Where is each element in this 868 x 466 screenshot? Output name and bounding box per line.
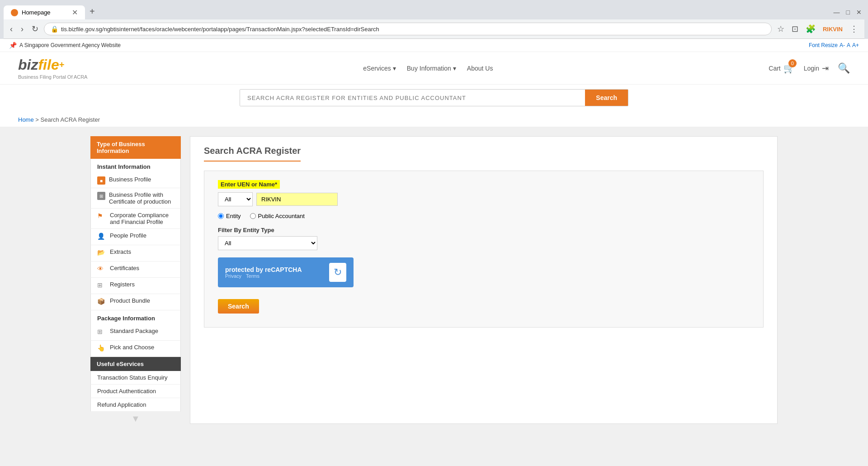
search-type-select[interactable]: All UEN Name: [218, 192, 253, 206]
menu-button[interactable]: ⋮: [847, 22, 861, 36]
page: 📌 A Singapore Government Agency Website …: [0, 39, 868, 433]
sidebar-corporate-compliance-label: Corporate Compliance and Financial Profi…: [110, 212, 174, 225]
breadcrumb-separator: >: [35, 116, 39, 123]
scroll-indicator: ▼: [90, 414, 181, 424]
maximize-button[interactable]: □: [844, 7, 853, 18]
cart-icon: 🛒 0: [783, 63, 795, 74]
font-medium-button[interactable]: A: [847, 42, 850, 48]
uen-input-row: All UEN Name: [218, 192, 750, 206]
entity-type-filter-select[interactable]: All Local Company Business Foreign Compa…: [218, 236, 317, 250]
sidebar-product-bundle-label: Product Bundle: [110, 297, 150, 304]
gov-label: 📌 A Singapore Government Agency Website: [9, 42, 121, 49]
recaptcha-logo: ↻: [329, 263, 346, 282]
sidebar-package-info-title: Package Information: [90, 310, 181, 324]
sidebar-item-product-authentication[interactable]: Product Authentication: [90, 385, 181, 398]
main-nav: eServices ▾ Buy Information ▾ About Us: [363, 65, 493, 72]
extensions-button[interactable]: 🧩: [803, 22, 818, 36]
logo-plus: +: [59, 60, 65, 70]
login-button[interactable]: Login ⇥: [804, 63, 829, 73]
cast-button[interactable]: ⊡: [789, 22, 801, 36]
sidebar-refund-application-label: Refund Application: [97, 401, 146, 408]
content-area: Search ACRA Register Enter UEN or Name* …: [190, 136, 778, 424]
sidebar-item-people-profile[interactable]: 👤 People Profile: [90, 229, 181, 245]
sidebar-item-certificates[interactable]: 👁 Certificates: [90, 262, 181, 278]
entity-radio-label[interactable]: Entity: [218, 213, 241, 219]
buy-information-nav[interactable]: Buy Information ▾: [407, 65, 456, 72]
entity-radio[interactable]: [218, 213, 224, 219]
font-large-button[interactable]: A+: [852, 42, 859, 48]
eservices-nav[interactable]: eServices ▾: [363, 65, 396, 72]
entity-radio-text: Entity: [226, 213, 241, 219]
sidebar-item-refund-application[interactable]: Refund Application: [90, 398, 181, 412]
sidebar-item-pick-and-choose[interactable]: 👆 Pick and Choose: [90, 341, 181, 357]
sidebar-item-corporate-compliance[interactable]: ⚑ Corporate Compliance and Financial Pro…: [90, 209, 181, 229]
address-bar[interactable]: 🔒 tis.bizfile.gov.sg/ngbtisinternet/face…: [44, 23, 772, 35]
recaptcha-links: Privacy Terms: [225, 273, 302, 279]
font-resize-label: Font Resize: [809, 42, 838, 48]
recaptcha-privacy-link[interactable]: Privacy: [225, 273, 241, 279]
new-tab-button[interactable]: +: [85, 4, 99, 19]
entity-type-radio-group: Entity Public Accountant: [218, 213, 750, 219]
logo-biz: biz: [18, 57, 38, 73]
sidebar-extracts-label: Extracts: [110, 248, 131, 255]
sidebar: Type of Business Information Instant Inf…: [90, 136, 181, 424]
bookmark-button[interactable]: ☆: [774, 22, 787, 36]
site-header: biz file + Business Filing Portal Of ACR…: [0, 52, 868, 85]
browser-tab[interactable]: Homepage ✕: [4, 5, 85, 19]
sidebar-certificates-label: Certificates: [110, 265, 139, 271]
business-profile-icon: ■: [97, 176, 105, 185]
sidebar-business-profile-label: Business Profile: [109, 176, 151, 183]
tab-favicon: [11, 9, 18, 16]
header-search-icon[interactable]: 🔍: [838, 62, 850, 74]
form-search-button[interactable]: Search: [218, 299, 259, 314]
search-section: Search: [0, 85, 868, 113]
business-profile-cert-icon: ⊞: [97, 192, 105, 200]
sidebar-item-business-profile-cert[interactable]: ⊞ Business Profile with Certificate of p…: [90, 188, 181, 209]
reload-button[interactable]: ↻: [29, 22, 41, 36]
tab-title: Homepage: [22, 9, 51, 16]
eservices-chevron-icon: ▾: [393, 65, 396, 72]
sidebar-item-product-bundle[interactable]: 📦 Product Bundle: [90, 294, 181, 310]
recaptcha-title: protected by reCAPTCHA: [225, 266, 302, 273]
breadcrumb-current: Search ACRA Register: [41, 116, 100, 123]
logo-area: biz file + Business Filing Portal Of ACR…: [18, 57, 87, 80]
logo-file: file: [38, 57, 59, 73]
certificates-icon: 👁: [97, 265, 106, 274]
sidebar-item-extracts[interactable]: 📂 Extracts: [90, 245, 181, 262]
sidebar-transaction-status-label: Transaction Status Enquiry: [97, 374, 168, 381]
cart-button[interactable]: Cart 🛒 0: [769, 63, 794, 74]
breadcrumb-home[interactable]: Home: [18, 116, 34, 123]
public-accountant-radio-text: Public Accountant: [258, 213, 305, 219]
uen-field-label: Enter UEN or Name*: [218, 180, 280, 189]
minimize-button[interactable]: —: [831, 7, 843, 18]
forward-button[interactable]: ›: [18, 23, 26, 36]
recaptcha-icon: ↻: [334, 266, 342, 278]
back-button[interactable]: ‹: [7, 23, 15, 36]
uen-input[interactable]: [256, 193, 338, 206]
sidebar-item-standard-package[interactable]: ⊞ Standard Package: [90, 324, 181, 341]
about-us-nav[interactable]: About Us: [467, 65, 493, 72]
sidebar-item-business-profile[interactable]: ■ Business Profile: [90, 173, 181, 188]
close-window-button[interactable]: ✕: [854, 7, 864, 18]
recaptcha-terms-link[interactable]: Terms: [246, 273, 259, 279]
search-bar: Search: [240, 89, 628, 106]
main-search-button[interactable]: Search: [585, 90, 628, 106]
sidebar-item-registers[interactable]: ⊞ Registers: [90, 278, 181, 294]
content-title: Search ACRA Register: [204, 146, 301, 162]
logo-subtitle: Business Filing Portal Of ACRA: [18, 74, 87, 80]
public-accountant-radio-label[interactable]: Public Accountant: [250, 213, 305, 219]
browser-toolbar: ‹ › ↻ 🔒 tis.bizfile.gov.sg/ngbtisinterne…: [4, 19, 864, 39]
search-form: Enter UEN or Name* All UEN Name Entity: [204, 171, 764, 328]
security-icon: 🔒: [51, 25, 58, 33]
login-icon: ⇥: [822, 63, 829, 73]
tab-close-button[interactable]: ✕: [72, 8, 78, 17]
font-small-button[interactable]: A-: [840, 42, 845, 48]
sidebar-item-transaction-status[interactable]: Transaction Status Enquiry: [90, 371, 181, 385]
main-search-input[interactable]: [240, 90, 585, 106]
pick-and-choose-icon: 👆: [97, 344, 106, 353]
standard-package-icon: ⊞: [97, 328, 106, 337]
public-accountant-radio[interactable]: [250, 213, 256, 219]
profile-button[interactable]: RIKVIN: [820, 24, 845, 34]
logo[interactable]: biz file +: [18, 57, 87, 73]
recaptcha-widget[interactable]: protected by reCAPTCHA Privacy Terms ↻: [218, 257, 354, 287]
